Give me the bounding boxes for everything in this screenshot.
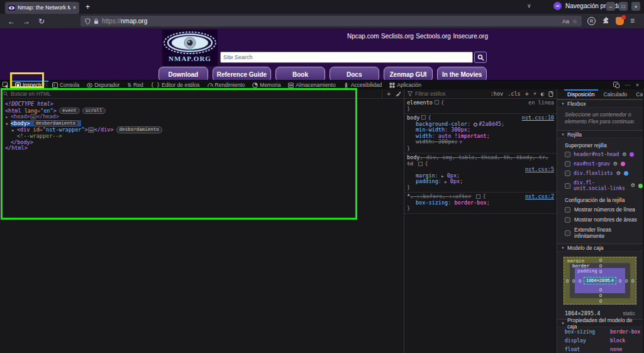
border-left-value[interactable]: 0 — [570, 278, 577, 284]
sidebar-tab-changes[interactable]: Cambios — [631, 89, 643, 99]
css-declaration[interactable]: padding: ▶ 0px; — [407, 179, 554, 185]
highlighter-icon[interactable] — [435, 100, 439, 104]
nmap-logo[interactable]: NMAP.ORG — [162, 30, 218, 66]
sidebar-tab-computed[interactable]: Calculado — [599, 89, 632, 99]
app-menu-icon[interactable]: ≡ — [630, 16, 635, 25]
grid-color-swatch[interactable] — [624, 171, 628, 176]
site-search-button[interactable] — [474, 52, 487, 63]
border-top-value[interactable]: 0 — [597, 263, 604, 269]
grid-color-swatch[interactable] — [638, 184, 643, 188]
padding-top-value[interactable]: 0 — [597, 269, 604, 274]
css-declaration-overridden[interactable]: width: 300px;▽ — [407, 139, 554, 146]
grid-checkbox[interactable] — [565, 161, 570, 167]
rule-selector[interactable]: body — [407, 154, 419, 160]
add-rule-button[interactable]: + — [525, 91, 529, 98]
menu-book-button[interactable]: Book — [275, 67, 325, 80]
highlighter-icon[interactable] — [418, 162, 423, 166]
new-tab-button[interactable]: + — [86, 3, 90, 11]
expander-icon[interactable]: ▶ — [445, 179, 447, 184]
extension-circle-icon[interactable]: R — [587, 17, 596, 25]
setting-checkbox[interactable] — [565, 207, 570, 213]
site-search-input[interactable] — [220, 52, 473, 63]
link-seclists[interactable]: Seclists.org — [381, 33, 414, 40]
link-sectools[interactable]: Sectools.org — [416, 33, 451, 40]
padding-right-value[interactable]: 0 — [617, 278, 623, 284]
menu-in-the-movies-button[interactable]: In the Movies — [437, 67, 487, 80]
window-maximize-button[interactable]: □ — [619, 2, 628, 11]
shield-icon[interactable] — [85, 18, 91, 25]
margin-right-value[interactable]: 0 — [630, 278, 636, 284]
lock-icon[interactable] — [94, 18, 99, 25]
highlighter-icon[interactable] — [476, 194, 480, 199]
translate-icon[interactable]: Aa — [562, 18, 569, 25]
expander-icon[interactable]: ▶ — [441, 174, 444, 178]
light-scheme-icon[interactable]: ☀ — [533, 91, 536, 97]
extension-hand-icon[interactable] — [616, 17, 624, 25]
setting-checkbox[interactable] — [565, 217, 570, 223]
gear-icon[interactable]: ⚙ — [616, 171, 621, 176]
box-model-section-header[interactable]: ▼Modelo de caja — [557, 244, 643, 252]
grid-checkbox[interactable] — [565, 152, 570, 157]
menu-docs-button[interactable]: Docs — [330, 67, 379, 80]
devtools-tab-application[interactable]: Aplicación — [386, 81, 425, 89]
window-close-button[interactable]: × — [631, 2, 640, 11]
grid-color-swatch[interactable] — [621, 162, 625, 166]
menu-zenmap-gui-button[interactable]: Zenmap GUI — [384, 67, 433, 80]
class-toggle[interactable]: .cls — [508, 91, 520, 97]
border-right-value[interactable]: 0 — [623, 278, 630, 284]
sidebar-toggle-icon[interactable] — [560, 91, 560, 97]
gear-icon[interactable]: ⚙ — [622, 152, 626, 157]
forward-button[interactable]: → — [19, 17, 34, 26]
list-tabs-chevron-icon[interactable]: ∨ — [527, 3, 531, 9]
padding-bottom-value[interactable]: 0 — [597, 287, 604, 293]
grid-selector[interactable]: div.flexlists — [574, 171, 613, 176]
devtools-close-icon[interactable]: × — [636, 82, 639, 88]
reload-button[interactable]: ↻ — [34, 17, 49, 26]
box-model-diagram[interactable]: margin border padding 1864×2895.4 0 0 0 … — [557, 252, 643, 307]
menu-reference-guide-button[interactable]: Reference Guide — [213, 67, 271, 80]
margin-bottom-value[interactable]: 0 — [597, 298, 604, 304]
flexbox-section-header[interactable]: ▼Flexbox — [557, 99, 643, 108]
setting-checkbox[interactable] — [565, 230, 570, 236]
grid-color-swatch[interactable] — [630, 152, 634, 157]
highlighter-icon[interactable] — [421, 115, 426, 120]
rule-selector[interactable]: elemento — [407, 100, 433, 106]
grid-selector[interactable]: div.fl-unit.social-links — [574, 180, 628, 191]
browser-tab[interactable]: Nmap: the Network Mapp × — [5, 2, 79, 14]
gear-icon[interactable]: ⚙ — [631, 183, 635, 188]
rule-source-link[interactable]: nst.css:5 — [525, 167, 554, 173]
gear-icon[interactable]: ⚙ — [613, 162, 618, 167]
grid-checkbox[interactable] — [565, 183, 570, 189]
padding-left-value[interactable]: 0 — [577, 278, 583, 284]
sidebar-tab-layout[interactable]: Disposición — [563, 89, 599, 99]
dark-scheme-icon[interactable]: ◐ — [541, 91, 544, 97]
grid-selector[interactable]: nav#nst-gnav — [574, 161, 610, 167]
url-bar[interactable]: https://nmap.org Aa ☆ — [80, 16, 582, 26]
box-model-properties-header[interactable]: ▼Propiedades del modelo de caja — [557, 319, 643, 327]
css-declaration[interactable]: box-sizing: border-box; — [407, 200, 554, 206]
pseudo-class-toggle[interactable]: :hov — [491, 91, 503, 97]
rule-source-link[interactable]: nst.css:2 — [525, 194, 554, 200]
margin-top-value[interactable]: 0 — [597, 257, 604, 263]
menu-download-button[interactable]: Download — [158, 67, 208, 80]
eyedropper-icon[interactable] — [395, 91, 401, 97]
print-media-icon[interactable] — [548, 91, 553, 97]
bookmark-star-icon[interactable]: ☆ — [572, 18, 577, 25]
grid-selector[interactable]: header#nst-head — [574, 152, 619, 157]
border-bottom-value[interactable]: 0 — [597, 293, 604, 298]
link-insecure[interactable]: Insecure.org — [453, 33, 488, 40]
color-swatch[interactable] — [474, 123, 477, 126]
extensions-puzzle-icon[interactable] — [602, 17, 609, 25]
back-button[interactable]: ← — [4, 17, 19, 26]
window-minimize-button[interactable]: – — [606, 2, 615, 11]
tab-close-icon[interactable]: × — [73, 4, 76, 11]
link-npcap[interactable]: Npcap.com — [347, 33, 379, 40]
filter-styles-input[interactable] — [415, 91, 472, 97]
create-node-button[interactable]: + — [387, 91, 391, 98]
devtools-more-icon[interactable]: ⋯ — [625, 82, 631, 88]
margin-left-value[interactable]: 0 — [564, 278, 570, 284]
grid-checkbox[interactable] — [565, 171, 570, 176]
responsive-design-mode-icon[interactable] — [613, 82, 619, 88]
content-size-value[interactable]: 1864×2895.4 — [584, 277, 616, 284]
grid-section-header[interactable]: ▼Rejilla — [557, 130, 643, 138]
